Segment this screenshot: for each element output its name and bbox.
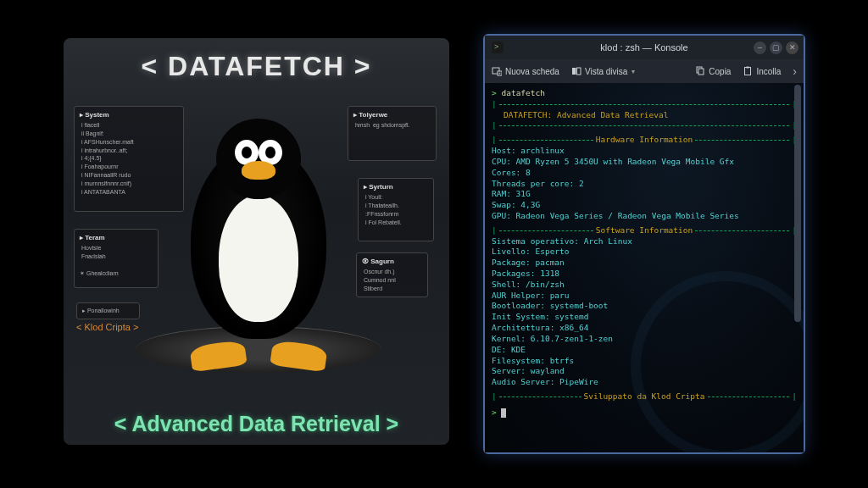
- split-view-button[interactable]: Vista divisa ▾: [571, 66, 635, 76]
- hardware-section-title: Hardware Information: [596, 135, 693, 146]
- sw-line-pkg: Package: pacman: [492, 258, 797, 269]
- terminal-cursor: [501, 408, 506, 418]
- svg-rect-8: [747, 67, 749, 69]
- close-button[interactable]: ✕: [786, 42, 798, 54]
- sw-line-fs: Filesystem: btrfs: [492, 356, 797, 367]
- info-box-6: ▸ Ponallowinh: [76, 302, 140, 319]
- new-tab-button[interactable]: + Nuova scheda: [492, 66, 559, 76]
- hw-line-cores: Cores: 8: [492, 168, 797, 179]
- copy-button[interactable]: Copia: [695, 66, 731, 76]
- sw-line-audio: Audio Server: PipeWire: [492, 377, 797, 388]
- info-box-4: ▸ Syrturn i Youll: i Thatateallh. :FFnss…: [358, 178, 434, 241]
- toolbar-overflow-button[interactable]: ›: [793, 64, 797, 78]
- hw-line-swap: Swap: 4,3G: [492, 200, 797, 211]
- hw-line-threads: Threads per core: 2: [492, 179, 797, 190]
- info-box-teram: ▸ Teram Hovtsle Fnadslah✶ Ghealcdiarn: [74, 229, 159, 288]
- minimize-button[interactable]: –: [754, 42, 766, 54]
- promo-subtitle: < Advanced Data Retrieval >: [64, 412, 449, 436]
- sw-line-arch: Architettura: x86_64: [492, 323, 797, 334]
- svg-rect-6: [698, 69, 704, 75]
- promo-title: < DATAFETCH >: [64, 51, 449, 82]
- window-title: klod : zsh — Konsole: [600, 42, 687, 53]
- split-view-icon: [571, 66, 581, 76]
- chevron-down-icon: ▾: [632, 68, 635, 75]
- sw-line-aur: AUR Helper: paru: [492, 291, 797, 302]
- software-section-title: Software Information: [596, 225, 693, 236]
- maximize-button[interactable]: ▢: [770, 42, 782, 54]
- split-view-label: Vista divisa: [585, 67, 627, 76]
- banner-text: DATAFETCH: Advanced Data Retrieval: [492, 110, 797, 121]
- promo-panel: < DATAFETCH > ▸ System i fiacell ii Bagn…: [64, 38, 449, 445]
- sw-line-level: Livello: Esperto: [492, 247, 797, 258]
- paste-button[interactable]: Incolla: [743, 66, 781, 76]
- svg-text:+: +: [498, 70, 501, 75]
- info-box-system: ▸ System i fiacell ii Bagnif: i AFSHunsc…: [74, 106, 184, 212]
- hw-line-ram: RAM: 31G: [492, 189, 797, 200]
- command-text: datafetch: [501, 88, 544, 97]
- toolbar: + Nuova scheda Vista divisa ▾ Copia Inco…: [485, 59, 804, 83]
- sw-line-shell: Shell: /bin/zsh: [492, 280, 797, 291]
- hw-line-gpu: GPU: Radeon Vega Series / Radeon Vega Mo…: [492, 211, 797, 222]
- svg-rect-4: [576, 68, 581, 75]
- konsole-window: klod : zsh — Konsole – ▢ ✕ + Nuova sched…: [483, 34, 805, 454]
- sw-line-de: DE: KDE: [492, 345, 797, 356]
- sw-line-boot: Bootloader: systemd-boot: [492, 301, 797, 312]
- hw-line-host: Host: archlinux: [492, 146, 797, 157]
- info-box-3: ▸ Tolyerwe hmsh eg shdomspfl.: [348, 106, 437, 161]
- paste-label: Incolla: [756, 67, 781, 76]
- new-tab-label: Nuova scheda: [505, 67, 559, 76]
- sw-line-init: Init System: systemd: [492, 312, 797, 323]
- author-tag: < Klod Cripta >: [76, 322, 138, 332]
- sw-line-server: Server: wayland: [492, 366, 797, 377]
- credit-text: Sviluppato da Klod Cripta: [584, 391, 705, 402]
- copy-label: Copia: [709, 67, 731, 76]
- scrollbar-thumb[interactable]: [794, 85, 801, 322]
- sw-line-kernel: Kernel: 6.10.7-zen1-1-zen: [492, 334, 797, 345]
- tux-penguin-illustration: [170, 110, 348, 373]
- sw-line-os: Sistema operativo: Arch Linux: [492, 236, 797, 247]
- hw-line-cpu: CPU: AMD Ryzen 5 3450U with Radeon Vega …: [492, 157, 797, 168]
- window-titlebar[interactable]: klod : zsh — Konsole – ▢ ✕: [485, 36, 804, 59]
- new-tab-icon: +: [492, 66, 502, 76]
- sw-line-pkgs: Packages: 1318: [492, 269, 797, 280]
- copy-icon: [695, 66, 705, 76]
- svg-rect-3: [572, 68, 576, 75]
- terminal-scrollbar[interactable]: [793, 85, 802, 449]
- info-box-5: ⦿ Sagurn Oscnur dh.) Cumnod nnl Stiberd: [356, 252, 428, 297]
- prompt-symbol-2: >: [492, 408, 497, 417]
- svg-rect-7: [745, 68, 751, 75]
- terminal-output[interactable]: > datafetch || DATAFETCH: Advanced Data …: [485, 83, 804, 452]
- prompt-symbol: >: [492, 88, 497, 97]
- konsole-app-icon: [492, 42, 504, 53]
- paste-icon: [743, 66, 753, 76]
